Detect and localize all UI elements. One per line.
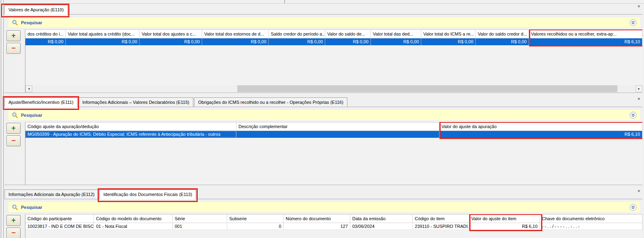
tab-ajuste-beneficio-e111[interactable]: Ajuste/Benefício/Incentivo (E111) xyxy=(4,97,77,107)
panel-valores-apuracao-e110: Valores de Apuração (E110) ✕ Pesquisar xyxy=(4,4,642,93)
column-header[interactable]: Valor do saldo credor d... xyxy=(476,30,529,38)
cell[interactable]: 001 xyxy=(173,223,227,230)
close-icon[interactable]: ✕ xyxy=(637,5,640,8)
cell[interactable]: R$ 0,00 xyxy=(140,38,202,45)
column-header[interactable]: Valor total dos estornos de d... xyxy=(202,30,269,38)
cell-highlighted[interactable]: R$ 6,10 xyxy=(529,38,642,45)
close-icon[interactable]: ✕ xyxy=(637,190,640,193)
tab-identificacao-documentos-e113[interactable]: Identificação dos Documentos Fiscais (E1… xyxy=(99,190,196,199)
column-header[interactable]: Valor total do ICMS a re... xyxy=(421,30,476,38)
panel-ajuste-beneficio-e111: Ajuste/Benefício/Incentivo (E111) Inform… xyxy=(4,96,642,185)
add-row-button[interactable]: + xyxy=(6,123,21,134)
column-header[interactable]: Valor total dos ajustes a c... xyxy=(140,30,202,38)
cell[interactable]: 01 - Nota Fiscal xyxy=(94,223,173,230)
column-header-highlighted[interactable]: Valor do ajuste da apuração xyxy=(439,122,642,131)
add-row-button[interactable]: + xyxy=(6,30,21,41)
horizontal-scrollbar[interactable]: ◂ ▸ xyxy=(25,85,642,92)
cell[interactable]: R$ 0,00 xyxy=(325,38,371,45)
cell[interactable]: 0 xyxy=(227,223,284,230)
grid-header-row: dos créditos do i... Valor total ajustes… xyxy=(25,29,642,38)
cell-highlighted[interactable]: R$ 6,10 xyxy=(469,223,540,230)
grid-toolbar: + − xyxy=(5,122,25,185)
search-bar[interactable]: Pesquisar xyxy=(8,17,640,27)
column-header[interactable]: Data da emissão xyxy=(350,215,413,223)
cell-highlighted[interactable]: R$ 6,10 xyxy=(439,131,642,138)
scrollbar-thumb[interactable] xyxy=(237,85,617,92)
tab-label: Identificação dos Documentos Fiscais (E1… xyxy=(103,192,192,197)
expand-search-button[interactable] xyxy=(629,204,637,211)
column-header[interactable]: Código do modelo do documento xyxy=(94,215,173,223)
table-row-selected[interactable]: MG050399 - Apuração do ICMS; Débito Espe… xyxy=(25,131,642,138)
cell[interactable]: - - . . / - - - - . . - . . - xyxy=(540,223,642,230)
cell[interactable] xyxy=(236,131,439,138)
top-strip-divider xyxy=(284,0,285,3)
search-label: Pesquisar xyxy=(21,20,42,25)
grid-header-row: Código do participante Código do modelo … xyxy=(25,214,642,223)
panel-identificacao-documentos-e113: Informações Adicionais da Apuração (E112… xyxy=(4,188,642,238)
left-splitter-line xyxy=(1,0,1,238)
column-header[interactable]: Descrição complementar xyxy=(236,122,439,131)
app-window: Valores de Apuração (E110) ✕ Pesquisar xyxy=(0,0,644,238)
column-header[interactable]: Subserie xyxy=(227,215,284,223)
cell[interactable]: 03/06/2024 xyxy=(350,223,413,230)
tabstrip-e113: Informações Adicionais da Apuração (E112… xyxy=(4,188,642,199)
column-header[interactable]: Valor total das ded... xyxy=(371,30,421,38)
column-header-highlighted[interactable]: Valor do ajuste do item xyxy=(469,215,540,223)
left-splitter-line xyxy=(3,0,4,238)
add-row-button[interactable]: + xyxy=(6,215,21,226)
scrollbar-track[interactable] xyxy=(32,85,636,92)
cell[interactable]: R$ 0,00 xyxy=(269,38,325,45)
cell[interactable]: R$ 0,00 xyxy=(476,38,529,45)
grid-toolbar: + − xyxy=(5,29,25,93)
remove-row-button[interactable]: − xyxy=(6,227,21,238)
table-row-selected[interactable]: R$ 0,00 R$ 0,00 R$ 0,00 R$ 0,00 R$ 0,00 … xyxy=(25,38,642,45)
tab-label: Informações Adicionais – Valores Declara… xyxy=(82,100,189,105)
cell-focused[interactable]: MG050399 - Apuração do ICMS; Débito Espe… xyxy=(25,131,236,138)
column-header[interactable]: Série xyxy=(173,215,227,223)
tab-valores-apuracao-e110[interactable]: Valores de Apuração (E110) xyxy=(4,5,68,15)
column-header[interactable]: Valor total ajustes a crédito (doc... xyxy=(66,30,140,38)
scroll-right-button[interactable]: ▸ xyxy=(636,85,642,92)
column-header[interactable]: Código ajuste da apuração/dedução xyxy=(25,122,236,131)
table-row[interactable]: 10023817 - IND E COM DE BISCO... 01 - No… xyxy=(25,223,642,230)
cell[interactable]: R$ 0,00 xyxy=(421,38,476,45)
double-chevron-down-icon xyxy=(629,204,637,211)
remove-row-button[interactable]: − xyxy=(6,135,21,146)
column-header[interactable]: Chave do documento eletrônico xyxy=(540,215,642,223)
search-icon xyxy=(12,204,18,211)
cell[interactable]: R$ 0,00 xyxy=(202,38,269,45)
column-header[interactable]: dos créditos do i... xyxy=(25,30,66,38)
grid-e111: Código ajuste da apuração/dedução Descri… xyxy=(25,122,642,185)
column-header[interactable]: Número do documento xyxy=(284,215,350,223)
scroll-left-button[interactable]: ◂ xyxy=(25,85,32,92)
tab-informacoes-adicionais-e115[interactable]: Informações Adicionais – Valores Declara… xyxy=(78,97,193,107)
column-header[interactable]: Código do item xyxy=(413,215,469,223)
column-header[interactable]: Código do participante xyxy=(25,215,94,223)
cell[interactable]: R$ 0,00 xyxy=(25,38,66,45)
tab-label: Informações Adicionais da Apuração (E112… xyxy=(8,192,94,197)
column-header-highlighted[interactable]: Valores recolhidos ou a recolher, extra-… xyxy=(529,30,642,38)
search-label: Pesquisar xyxy=(21,113,42,118)
tabstrip-e111: Ajuste/Benefício/Incentivo (E111) Inform… xyxy=(4,96,642,107)
panel-body: + − dos créditos do i... Valor total aju… xyxy=(5,29,642,93)
tab-informacoes-adicionais-e112[interactable]: Informações Adicionais da Apuração (E112… xyxy=(4,190,98,199)
expand-search-button[interactable] xyxy=(629,19,637,26)
cell[interactable]: R$ 0,00 xyxy=(371,38,421,45)
search-bar[interactable]: Pesquisar xyxy=(8,110,640,120)
tab-obrigacoes-icms-e116[interactable]: Obrigações do ICMS recolhido ou a recolh… xyxy=(194,97,347,107)
search-bar[interactable]: Pesquisar xyxy=(8,202,640,212)
column-header[interactable]: Valor do saldo de... xyxy=(325,30,371,38)
cell[interactable]: 239110 - SUSPIRO TRADI... xyxy=(413,223,469,230)
search-icon xyxy=(12,112,18,118)
cell[interactable]: R$ 0,00 xyxy=(66,38,140,45)
grid-e110: dos créditos do i... Valor total ajustes… xyxy=(25,29,642,93)
expand-search-button[interactable] xyxy=(629,112,637,119)
remove-row-button[interactable]: − xyxy=(6,43,21,54)
tab-label: Ajuste/Benefício/Incentivo (E111) xyxy=(8,100,73,105)
cell[interactable]: 10023817 - IND E COM DE BISCO... xyxy=(25,223,94,230)
column-header[interactable]: Saldo credor do período a... xyxy=(269,30,325,38)
grid-header-row: Código ajuste da apuração/dedução Descri… xyxy=(25,122,642,131)
close-icon[interactable]: ✕ xyxy=(637,97,640,101)
grid-toolbar: + − xyxy=(5,214,25,238)
cell[interactable]: 127 xyxy=(284,223,350,230)
